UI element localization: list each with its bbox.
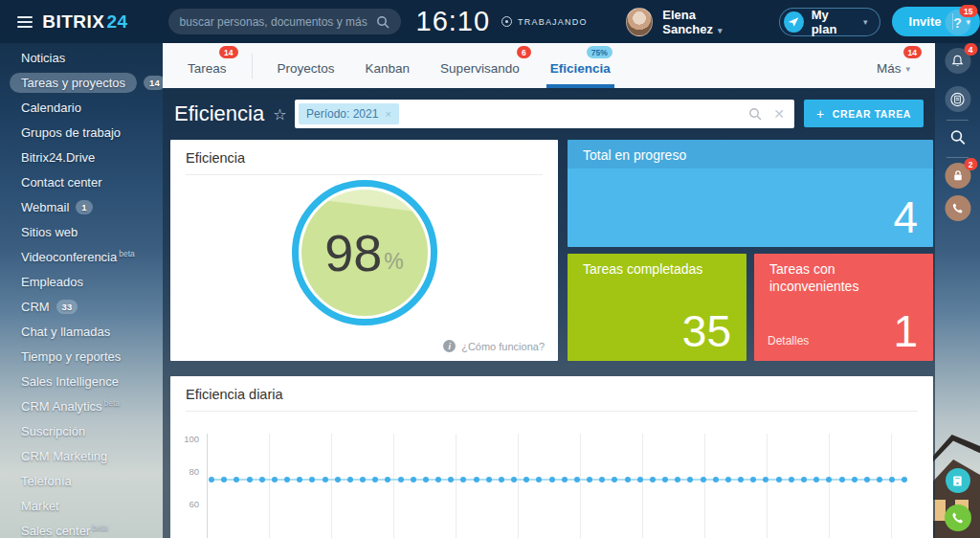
chart-ytick-label: 60: [178, 499, 199, 509]
sidebar-item-sales-intelligence[interactable]: Sales Intelligence: [0, 369, 163, 393]
efficiency-gauge: 98 %: [292, 180, 437, 325]
chart-grid-line: [829, 434, 830, 538]
favorite-star-icon[interactable]: ☆: [273, 105, 286, 123]
sidebar-item-calendario[interactable]: Calendario: [0, 95, 163, 120]
filter-chip-period[interactable]: Período: 2021 ×: [299, 103, 399, 124]
sidebar-item-tareas-y-proyectos[interactable]: Tareas y proyectos14: [0, 70, 163, 95]
tab-label: Proyectos: [278, 61, 335, 76]
sidebar-item-label: Telefonía: [21, 474, 72, 488]
chevron-down-icon: ▾: [718, 26, 723, 35]
filter-clear-icon[interactable]: ✕: [773, 106, 785, 122]
sidebar-item-suscripcio-n[interactable]: Suscripción: [0, 418, 163, 443]
chart-point: [499, 477, 504, 482]
sidebar-item-crm[interactable]: CRM33: [0, 294, 163, 319]
chart-point: [435, 477, 441, 482]
document-sync-icon[interactable]: [946, 468, 970, 493]
card-title: Tareas con inconvenientes: [754, 254, 933, 303]
sidebar-item-label: Chat y llamadas: [21, 325, 110, 339]
sidebar-item-contact-center[interactable]: Contact center: [0, 169, 163, 194]
sidebar-item-telefoni-a[interactable]: Telefonía: [0, 468, 163, 493]
chevron-down-icon: ▾: [905, 64, 910, 74]
tab-label: Supervisando: [440, 61, 520, 76]
tab-eficiencia[interactable]: 75%Eficiencia: [535, 43, 626, 88]
filter-search-bar[interactable]: Período: 2021 × ✕: [295, 100, 794, 128]
completed-card[interactable]: Tareas completadas 35: [568, 254, 746, 361]
beta-tag: beta: [92, 518, 108, 532]
main-content: 14TareasProyectosKanban6Supervisando75%E…: [163, 43, 935, 538]
sidebar-item-noticias[interactable]: Noticias: [0, 45, 163, 70]
in-progress-card[interactable]: Total en progreso 4: [568, 140, 933, 247]
tab-supervisando[interactable]: 6Supervisando: [425, 43, 535, 88]
sidebar-item-market[interactable]: Market: [0, 493, 163, 518]
sidebar-item-crm-analytics[interactable]: CRM Analyticsbeta: [0, 393, 163, 418]
card-title: Eficiencia: [170, 140, 558, 174]
chart-point: [511, 477, 517, 482]
chart-grid-line: [891, 434, 892, 538]
efficiency-card: Eficiencia 98 % i ¿Cómo funciona?: [170, 140, 558, 361]
right-rail: ? 15 4 2: [935, 0, 980, 538]
sidebar-item-chat-y-llamadas[interactable]: Chat y llamadas: [0, 319, 163, 344]
chart-point: [523, 477, 529, 482]
chart-point: [549, 477, 555, 482]
details-link[interactable]: Detalles: [768, 334, 809, 347]
chart-grid-line: [767, 434, 768, 538]
how-it-works-link[interactable]: i ¿Cómo funciona?: [443, 340, 545, 352]
sidebar-item-tiempo-y-reportes[interactable]: Tiempo y reportes: [0, 344, 163, 369]
tasks-panel-icon[interactable]: [945, 86, 970, 112]
card-title: Tareas completadas: [568, 254, 746, 284]
tab-tareas[interactable]: 14Tareas: [172, 43, 242, 88]
work-status-toggle[interactable]: TRABAJANDO: [501, 16, 588, 27]
chip-close-icon[interactable]: ×: [385, 108, 390, 120]
chart-point: [587, 477, 592, 482]
top-bar: BITRIX24 buscar personas, documentos y m…: [0, 0, 980, 43]
tab-ma-s[interactable]: 14Más▾: [861, 43, 925, 88]
search-placeholder: buscar personas, documentos y más: [180, 15, 376, 29]
sidebar-item-crm-marketing[interactable]: CRM Marketing: [0, 443, 163, 468]
phone-icon[interactable]: [945, 195, 970, 221]
rail-search-icon[interactable]: [945, 124, 970, 150]
tab-divider: [252, 54, 253, 78]
filter-search-icon[interactable]: [748, 107, 762, 121]
notifications-bell-icon[interactable]: 4: [945, 48, 970, 74]
sidebar-item-empleados[interactable]: Empleados: [0, 269, 163, 294]
page-title: Eficiencia: [174, 101, 264, 126]
sidebar-item-label: Grupos de trabajo: [21, 125, 121, 140]
sidebar-menu: NoticiasTareas y proyectos14CalendarioGr…: [0, 43, 163, 538]
chart-point: [272, 477, 278, 482]
clock-display: 16:10: [416, 6, 491, 37]
issues-card[interactable]: Tareas con inconvenientes Detalles 1: [754, 254, 933, 361]
tab-proyectos[interactable]: Proyectos: [262, 43, 350, 88]
chart-point: [335, 477, 341, 482]
chart-point: [889, 477, 895, 482]
my-plan-button[interactable]: My plan ▾: [779, 8, 880, 36]
create-task-button[interactable]: + CREAR TAREA: [804, 100, 924, 127]
sidebar-item-grupos-de-trabajo[interactable]: Grupos de trabajo: [0, 120, 163, 145]
sidebar-item-sales-center[interactable]: Sales centerbeta: [0, 518, 163, 538]
help-icon[interactable]: ? 15: [945, 10, 970, 35]
chart-grid-line: [642, 434, 643, 538]
tab-label: Tareas: [188, 61, 227, 76]
global-search-input[interactable]: buscar personas, documentos y más: [168, 9, 401, 34]
sidebar-item-badge: 1: [76, 200, 92, 214]
user-avatar[interactable]: [626, 8, 654, 36]
completed-value: 35: [682, 306, 731, 357]
tab-kanban[interactable]: Kanban: [350, 43, 426, 88]
call-phone-icon[interactable]: [945, 504, 971, 531]
help-badge: 15: [960, 5, 977, 17]
sidebar-item-sitios-web[interactable]: Sitios web: [0, 219, 163, 244]
user-menu[interactable]: Elena Sanchez▾: [662, 8, 754, 36]
chart-point: [247, 477, 253, 482]
sidebar-item-label: Empleados: [21, 275, 83, 289]
lock-icon[interactable]: 2: [945, 163, 970, 189]
chart-ytick-label: 100: [178, 434, 199, 444]
chart-point: [309, 477, 315, 482]
bitrix24-logo[interactable]: BITRIX24: [42, 11, 127, 33]
chart-point: [385, 477, 390, 482]
chart-grid-line: [269, 434, 270, 538]
sidebar-item-videoconferencia[interactable]: Videoconferenciabeta: [0, 244, 163, 269]
sidebar-item-bitrix24-drive[interactable]: Bitrix24.Drive: [0, 145, 163, 169]
chart-point: [713, 477, 719, 482]
chart-point: [902, 477, 907, 482]
sidebar-item-webmail[interactable]: Webmail1: [0, 194, 163, 219]
menu-icon[interactable]: [17, 13, 33, 31]
